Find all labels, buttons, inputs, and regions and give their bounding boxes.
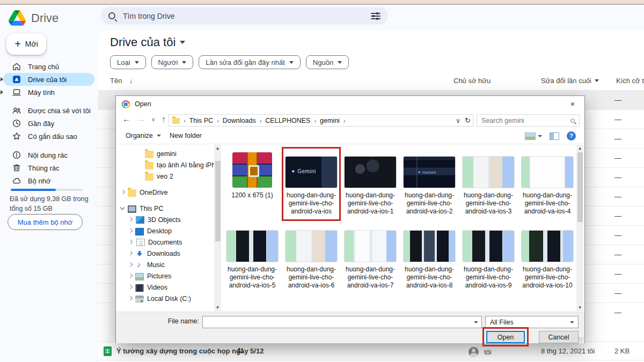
up-icon[interactable]: ↑ — [162, 114, 166, 123]
grid-scrollbar[interactable]: ▲ ▼ — [576, 145, 583, 311]
organize-menu[interactable]: Organize — [126, 132, 161, 139]
sidebar-item-computers[interactable]: Máy tính — [3, 86, 94, 99]
expand-arrow-icon[interactable] — [1, 90, 3, 94]
scroll-down-icon[interactable]: ▼ — [214, 304, 221, 311]
page-title-text: Drive của tôi — [110, 35, 175, 49]
sidebar-item-storage[interactable]: Bộ nhớ — [3, 174, 94, 187]
tree-expander-icon[interactable] — [128, 217, 133, 223]
preview-pane-icon[interactable] — [550, 132, 559, 140]
drive-search-bar[interactable]: Tìm trong Drive — [101, 7, 388, 25]
new-folder-button[interactable]: New folder — [170, 132, 202, 139]
file-grid-item[interactable]: huong-dan-dung-gemini-live-cho-android-v… — [342, 150, 398, 216]
tree-item[interactable]: Videos — [116, 282, 214, 293]
cancel-button[interactable]: Cancel — [539, 331, 579, 343]
history-dropdown-icon[interactable]: ∨ — [151, 116, 155, 123]
tree-expander-icon[interactable] — [120, 206, 126, 211]
tree-item[interactable]: This PC — [116, 203, 214, 214]
file-type-select[interactable]: All Files — [485, 316, 579, 328]
help-icon[interactable]: ? — [567, 131, 576, 141]
tree-item[interactable]: OneDrive — [116, 187, 214, 198]
tree-item[interactable]: tạo ảnh AI bằng iPhone — [116, 159, 214, 171]
file-grid-item[interactable]: huong-dan-dung-gemini-live-cho-android-v… — [519, 150, 575, 216]
file-grid-item[interactable]: huong-dan-dung-gemini-live-cho-android-v… — [342, 224, 398, 290]
tree-expander-icon[interactable] — [128, 251, 133, 256]
sort-arrow-icon[interactable]: ↓ — [129, 77, 133, 85]
file-grid-item[interactable]: huong-dan-dung-gemini-live-cho-android-v… — [283, 224, 339, 290]
tree-item[interactable]: Local Disk (C:) — [116, 293, 214, 304]
sidebar-item-recent[interactable]: Gần đây — [3, 117, 94, 130]
drive-search-placeholder[interactable]: Tìm trong Drive — [123, 12, 371, 20]
open-button[interactable]: Open — [486, 331, 525, 343]
tree-item[interactable]: 3D Objects — [116, 214, 214, 225]
tree-expander-icon[interactable] — [128, 285, 133, 290]
filter-chip[interactable]: Lần sửa đổi gần đây nhất — [199, 55, 300, 69]
address-bar[interactable]: › This PC › Downloads › CELLPHONES — [169, 114, 473, 127]
tree-expander-icon[interactable] — [137, 151, 143, 157]
tree-expander-icon[interactable] — [120, 190, 126, 195]
tree-item[interactable]: Desktop — [116, 225, 214, 237]
tree-item-label: Desktop — [147, 227, 172, 235]
sidebar-item-shared-with-me[interactable]: Được chia sẻ với tôi — [3, 104, 94, 117]
tree-expander-icon[interactable] — [128, 262, 133, 268]
column-header-size[interactable]: Kích cỡ tệp — [616, 77, 644, 85]
tree-item[interactable]: Pictures — [116, 270, 214, 282]
tree-expander-icon[interactable] — [128, 228, 133, 234]
breadcrumb-item[interactable]: Downloads — [223, 117, 256, 124]
new-button[interactable]: + Mới — [6, 33, 46, 55]
filter-chip[interactable]: Người — [151, 55, 194, 69]
tree-item[interactable]: gemini — [116, 148, 214, 159]
column-header-name[interactable]: Tên — [110, 77, 122, 85]
table-row-bottom[interactable]: Ý tưởng xây dựng trong cuộc họp ngày 5/1… — [98, 341, 644, 360]
chevron-down-icon[interactable] — [471, 316, 481, 328]
filter-chip[interactable]: Nguồn — [306, 55, 349, 69]
tree-scrollbar-thumb[interactable] — [215, 161, 221, 241]
column-header-owner[interactable]: Chủ sở hữu — [453, 77, 491, 85]
dialog-search-box[interactable]: Search gemini — [477, 114, 580, 127]
file-grid-item[interactable]: 644 x 362 (1) — [224, 150, 280, 216]
address-dropdown-icon[interactable]: ∨ — [456, 116, 460, 124]
view-mode-button[interactable] — [525, 132, 542, 140]
breadcrumb-item[interactable]: CELLPHONES — [265, 117, 310, 124]
file-grid-item[interactable]: huong-dan-dung-gemini-live-cho-android-v… — [401, 150, 457, 216]
file-grid-item[interactable]: huong-dan-dung-gemini-live-cho-android-v… — [519, 224, 575, 290]
file-grid-item[interactable]: huong-dan-dung-gemini-live-cho-android-v… — [401, 224, 457, 290]
tree-item[interactable]: veo 2 — [116, 171, 214, 182]
breadcrumb-item[interactable]: gemini — [320, 117, 340, 124]
scroll-down-icon[interactable]: ▼ — [576, 304, 583, 311]
sidebar-item-spam[interactable]: Nội dung rác — [3, 149, 94, 161]
tree-item[interactable]: Documents — [116, 237, 214, 248]
tree-expander-icon[interactable] — [137, 174, 143, 179]
grid-scrollbar-thumb[interactable] — [577, 152, 583, 222]
file-name-input[interactable] — [202, 316, 482, 328]
file-grid-item[interactable]: huong-dan-dung-gemini-live-cho-android-v… — [460, 150, 516, 216]
file-grid-item[interactable]: huong-dan-dung-gemini-live-cho-android-v… — [460, 224, 516, 290]
file-grid-item[interactable]: huong-dan-dung-gemini-live-cho-android-v… — [283, 150, 339, 216]
scroll-up-icon[interactable]: ▲ — [576, 145, 583, 152]
tree-item[interactable]: Downloads — [116, 248, 214, 259]
dialog-title-bar[interactable]: Open — [116, 96, 584, 112]
sidebar-item-trash[interactable]: Thùng rác — [3, 161, 94, 174]
back-icon[interactable]: ← — [122, 114, 130, 123]
tree-item[interactable]: Music — [116, 259, 214, 270]
forward-icon[interactable]: → — [137, 114, 145, 123]
expand-arrow-icon[interactable] — [1, 77, 3, 82]
breadcrumb-item[interactable]: This PC — [189, 117, 213, 124]
file-grid-item[interactable]: huong-dan-dung-gemini-live-cho-android-v… — [224, 224, 280, 290]
tree-expander-icon[interactable] — [128, 296, 133, 301]
scroll-up-icon[interactable]: ▲ — [214, 145, 221, 152]
tree-expander-icon[interactable] — [128, 274, 133, 279]
column-header-modified[interactable]: Sửa đổi lần cuối — [541, 77, 599, 85]
tree-expander-icon[interactable] — [137, 162, 143, 168]
search-options-icon[interactable] — [371, 12, 380, 20]
page-title[interactable]: Drive của tôi — [110, 35, 185, 49]
tree-scrollbar[interactable]: ▲ ▼ — [214, 145, 221, 311]
resize-grip[interactable] — [578, 337, 583, 342]
filter-chip[interactable]: Loại — [110, 55, 146, 69]
sidebar-item-my-drive[interactable]: Drive của tôi — [3, 73, 94, 86]
sidebar-item-home[interactable]: Trang chủ — [3, 60, 94, 73]
refresh-icon[interactable]: ↻ — [465, 116, 471, 124]
buy-storage-button[interactable]: Mua thêm bộ nhớ — [8, 214, 83, 230]
close-icon[interactable]: × — [566, 99, 579, 109]
sidebar-item-starred[interactable]: Có gắn dấu sao — [3, 130, 94, 143]
tree-expander-icon[interactable] — [128, 240, 133, 245]
